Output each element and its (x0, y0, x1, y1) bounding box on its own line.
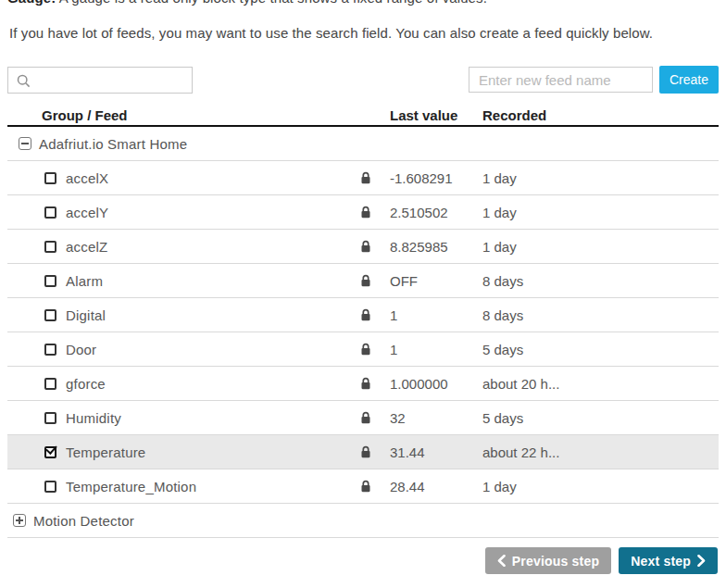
group-row-motion-detector[interactable]: Motion Detector (7, 504, 719, 538)
feed-recorded: about 20 h... (472, 376, 719, 392)
feed-name: Door (66, 342, 96, 357)
feed-last-value: 28.44 (382, 479, 472, 494)
feed-picker-page: Gauge: A gauge is a read only block type… (0, 0, 726, 574)
column-header-last-value: Last value (382, 107, 472, 123)
column-header-group-feed: Group / Feed (7, 107, 353, 123)
feed-row[interactable]: Digital 1 8 days (7, 298, 719, 332)
feed-checkbox[interactable] (44, 172, 56, 184)
feed-checkbox[interactable] (44, 344, 56, 356)
table-header: Group / Feed Last value Recorded (7, 105, 719, 127)
lock-icon (360, 411, 371, 424)
feed-row[interactable]: Temperature_Motion 28.44 1 day (7, 469, 719, 504)
lock-icon (360, 274, 371, 287)
group-row-smart-home[interactable]: Adafriut.io Smart Home (7, 127, 719, 161)
feeds-table: Group / Feed Last value Recorded Adafriu… (7, 105, 719, 538)
feed-name: Temperature_Motion (66, 479, 196, 494)
gauge-term: Gauge: (7, 0, 56, 6)
feed-name: Alarm (66, 273, 103, 289)
feed-checkbox-checked[interactable] (44, 446, 56, 458)
feed-row[interactable]: gforce 1.000000 about 20 h... (7, 367, 719, 401)
feed-checkbox[interactable] (44, 481, 56, 493)
lock-icon (360, 240, 371, 253)
feed-recorded: 8 days (472, 273, 719, 289)
feed-recorded: 8 days (472, 307, 719, 323)
lock-icon (360, 377, 371, 390)
wizard-footer: Previous step Next step (7, 547, 719, 574)
group-label: Motion Detector (33, 513, 134, 529)
column-header-recorded: Recorded (472, 107, 719, 123)
gauge-description: A gauge is a read only block type that s… (56, 0, 487, 6)
feed-recorded: 1 day (472, 239, 719, 255)
feed-row[interactable]: accelX -1.608291 1 day (7, 161, 719, 195)
feed-checkbox[interactable] (44, 412, 56, 424)
collapse-group-icon[interactable] (19, 137, 31, 150)
search-input[interactable] (8, 68, 192, 93)
feed-row[interactable]: Alarm OFF 8 days (7, 264, 719, 298)
feed-recorded: 1 day (472, 479, 719, 494)
feed-last-value: 8.825985 (382, 239, 472, 255)
expand-group-icon[interactable] (13, 514, 26, 527)
feed-name: accelX (66, 170, 108, 186)
feed-recorded: 5 days (472, 342, 719, 357)
feed-row[interactable]: Humidity 32 5 days (7, 401, 719, 435)
lock-icon (360, 308, 371, 321)
feed-name: Digital (66, 307, 106, 323)
feed-last-value: 1 (382, 307, 472, 323)
feed-checkbox[interactable] (44, 206, 56, 219)
feed-row[interactable]: Door 1 5 days (7, 332, 719, 367)
feed-last-value: 2.510502 (382, 205, 472, 220)
lock-icon (360, 445, 371, 458)
lock-icon (360, 343, 371, 356)
feed-recorded: 5 days (472, 410, 719, 426)
previous-step-label: Previous step (512, 554, 599, 569)
feed-last-value: -1.608291 (382, 170, 472, 186)
group-label: Adafriut.io Smart Home (39, 136, 187, 152)
search-box (7, 67, 193, 94)
toolbar: Create (7, 66, 719, 94)
feed-checkbox[interactable] (44, 241, 56, 253)
feed-last-value: 1.000000 (382, 376, 472, 392)
lock-icon (360, 171, 371, 184)
create-feed-button[interactable]: Create (659, 66, 719, 94)
feed-row[interactable]: accelZ 8.825985 1 day (7, 230, 719, 264)
feed-checkbox[interactable] (44, 309, 56, 321)
feed-name: accelZ (66, 239, 107, 255)
feed-recorded: 1 day (472, 170, 719, 186)
lock-icon (360, 206, 371, 219)
feed-last-value: OFF (382, 273, 472, 289)
feed-checkbox[interactable] (44, 275, 56, 287)
feed-last-value: 32 (382, 410, 472, 426)
feed-name: gforce (66, 376, 106, 392)
feeds-hint-text: If you have lot of feeds, you may want t… (9, 25, 719, 41)
feed-last-value: 1 (382, 342, 472, 357)
feed-row[interactable]: accelY 2.510502 1 day (7, 195, 719, 230)
feed-name: Temperature (66, 444, 145, 460)
next-step-button[interactable]: Next step (619, 547, 718, 574)
next-step-label: Next step (631, 554, 691, 569)
chevron-right-icon (697, 555, 706, 567)
feed-name: accelY (66, 205, 108, 220)
feed-recorded: about 22 h... (472, 444, 719, 460)
gauge-description-text: Gauge: A gauge is a read only block type… (7, 0, 719, 9)
feed-last-value: 31.44 (382, 444, 472, 460)
new-feed-name-input[interactable] (469, 67, 653, 93)
feed-recorded: 1 day (472, 205, 719, 220)
chevron-left-icon (497, 555, 506, 567)
feed-name: Humidity (66, 410, 121, 426)
search-icon (17, 74, 31, 88)
previous-step-button[interactable]: Previous step (485, 547, 611, 574)
feed-checkbox[interactable] (44, 378, 56, 390)
feed-row-selected[interactable]: Temperature 31.44 about 22 h... (7, 435, 719, 469)
lock-icon (360, 480, 371, 493)
